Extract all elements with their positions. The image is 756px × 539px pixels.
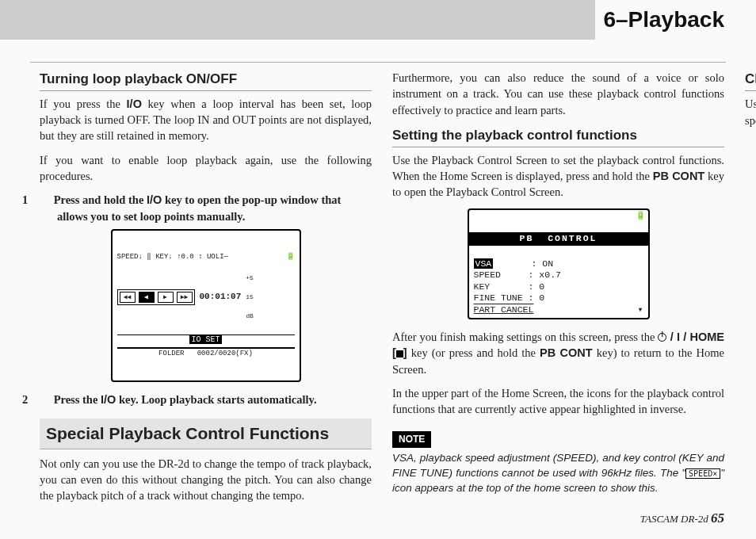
lcd-row-fine-label: FINE TUNE (474, 292, 523, 303)
heading-changing-speed: Changing the speed (745, 70, 756, 91)
setting-para-1: Use the Playback Control Screen to set t… (392, 152, 724, 201)
special-para-2: Furthermore, you can also reduce the sou… (392, 70, 724, 118)
heading-setting-pb: Setting the playback control functions (392, 126, 724, 147)
lcd-home-screen: SPEED↓ ‖ KEY↓ ↑0.0 ↕ UOLI—🔋 ◀◀◀ ▶▶▶ 00:0… (111, 229, 301, 382)
note-label: NOTE (392, 431, 431, 448)
heading-special-functions: Special Playback Control Functions (40, 419, 372, 449)
step-1: 1 Press and hold the I/O key to open the… (40, 192, 372, 224)
pbcont-key-label: PB CONT (540, 346, 593, 359)
footer-brand: TASCAM DR-2d (640, 513, 711, 525)
setting-para-3: In the upper part of the Home Screen, th… (392, 385, 724, 418)
footer-page-number: 65 (711, 510, 724, 526)
lcd-pb-control: PB CONTROL🔋 VSA : ON SPEED : x0.7 KEY : … (468, 208, 650, 319)
io-key-label: I/O (127, 97, 142, 110)
page-footer: TASCAM DR-2d 65 (640, 509, 724, 528)
lcd-row-vsa-label: VSA (474, 258, 494, 269)
power-icon (658, 333, 666, 342)
stop-icon (396, 350, 403, 357)
speed-para-1: Use the SPEED item to set the speed of p… (745, 96, 756, 129)
io-key-label: I/O (147, 193, 162, 206)
setting-para-2: After you finish making settings on this… (392, 329, 724, 377)
pbcont-key-label: PB CONT (653, 170, 704, 182)
lcd-row-part-label: PART CANCEL (474, 304, 534, 315)
note-text: VSA, playback speed adjustment (SPEED), … (392, 451, 724, 496)
header-rule (30, 62, 726, 63)
loop-para-2: If you want to enable loop playback agai… (40, 152, 372, 185)
header-band: 6–Playback (0, 0, 756, 40)
special-para-1: Not only can you use the DR-2d to change… (40, 456, 372, 504)
heading-loop-onoff: Turning loop playback ON/OFF (40, 70, 372, 91)
step-2: 2 Press the I/O key. Loop playback start… (40, 392, 372, 407)
lcd-row-key-label: KEY (474, 281, 491, 292)
speedx-icon: SPEED× (685, 468, 720, 479)
io-key-label: I/O (101, 393, 116, 406)
lcd-row-speed-label: SPEED (474, 270, 502, 280)
loop-para-1: If you press the I/O key when a loop int… (40, 96, 372, 144)
page-content: Turning loop playback ON/OFF If you pres… (40, 70, 724, 507)
chapter-title: 6–Playback (595, 0, 756, 40)
